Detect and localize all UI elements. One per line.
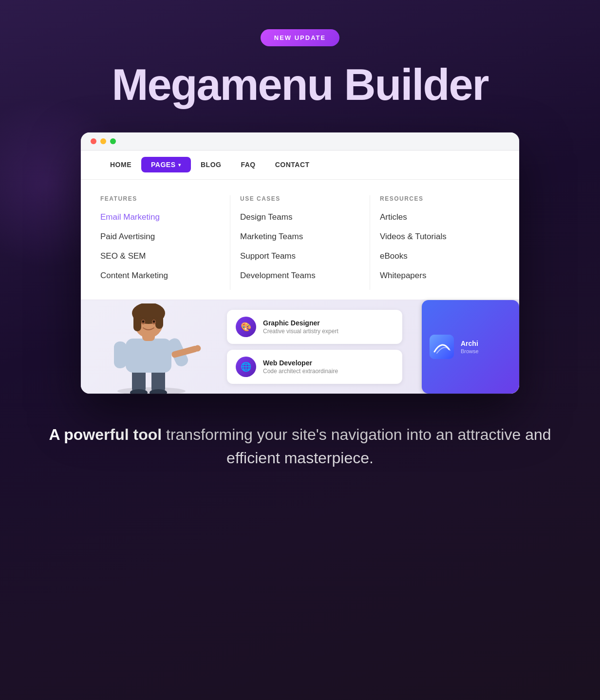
menu-column-use-cases: USE CASES Design Teams Marketing Teams S… bbox=[240, 195, 360, 290]
menu-item-seo-sem[interactable]: SEO & SEM bbox=[100, 251, 210, 262]
menu-divider-2 bbox=[370, 195, 370, 290]
badge-container: NEW UPDATE bbox=[261, 29, 339, 46]
menu-item-paid-advertising[interactable]: Paid Avertising bbox=[100, 231, 210, 242]
menu-item-development-teams[interactable]: Development Teams bbox=[240, 270, 350, 281]
extra-card-text: Archi Browse bbox=[461, 340, 479, 354]
new-update-badge: NEW UPDATE bbox=[261, 29, 339, 46]
description-text: A powerful tool transforming your site's… bbox=[49, 423, 551, 470]
graphic-designer-info: Graphic Designer Creative visual artistr… bbox=[263, 319, 338, 335]
svg-rect-13 bbox=[133, 314, 141, 331]
person-illustration bbox=[81, 303, 222, 394]
graphic-designer-title: Graphic Designer bbox=[263, 319, 338, 327]
web-developer-info: Web Developer Code architect extraordina… bbox=[263, 359, 338, 375]
nav-item-pages[interactable]: PAGES ▾ bbox=[141, 157, 191, 172]
features-heading: FEATURES bbox=[100, 195, 210, 202]
menu-column-features: FEATURES Email Marketing Paid Avertising… bbox=[100, 195, 220, 290]
browser-topbar bbox=[81, 132, 519, 151]
extra-card-subtitle: Browse bbox=[461, 348, 479, 354]
extra-card-title: Archi bbox=[461, 340, 479, 347]
use-cases-heading: USE CASES bbox=[240, 195, 350, 202]
menu-divider-1 bbox=[230, 195, 230, 290]
menu-column-resources: RESOURCES Articles Videos & Tutorials eB… bbox=[380, 195, 500, 290]
page-wrapper: NEW UPDATE Megamenu Builder HOME PAGES ▾… bbox=[0, 0, 600, 509]
svg-rect-14 bbox=[155, 314, 163, 329]
extra-card-app-icon bbox=[430, 335, 454, 359]
description-bold: A powerful tool bbox=[49, 426, 162, 443]
menu-item-articles[interactable]: Articles bbox=[380, 212, 490, 223]
nav-item-blog[interactable]: BLOG bbox=[191, 157, 231, 172]
svg-rect-5 bbox=[126, 339, 171, 373]
role-card-web-developer[interactable]: 🌐 Web Developer Code architect extraordi… bbox=[227, 350, 402, 384]
menu-item-design-teams[interactable]: Design Teams bbox=[240, 212, 350, 223]
browser-dot-yellow bbox=[100, 138, 106, 144]
description-regular: transforming your site's navigation into… bbox=[162, 426, 551, 467]
graphic-designer-subtitle: Creative visual artistry expert bbox=[263, 328, 338, 335]
menu-item-email-marketing[interactable]: Email Marketing bbox=[100, 212, 210, 223]
role-card-graphic-designer[interactable]: 🎨 Graphic Designer Creative visual artis… bbox=[227, 310, 402, 344]
svg-point-17 bbox=[142, 320, 145, 322]
person-section bbox=[81, 300, 227, 394]
main-title: Megamenu Builder bbox=[112, 62, 488, 108]
web-developer-icon: 🌐 bbox=[236, 357, 256, 377]
nav-bar: HOME PAGES ▾ BLOG FAQ CONTACT bbox=[81, 151, 519, 180]
menu-item-support-teams[interactable]: Support Teams bbox=[240, 251, 350, 262]
browser-mockup: HOME PAGES ▾ BLOG FAQ CONTACT FEATURES E… bbox=[81, 132, 519, 394]
extra-app-card[interactable]: Archi Browse bbox=[422, 300, 519, 394]
menu-item-videos-tutorials[interactable]: Videos & Tutorials bbox=[380, 231, 490, 242]
menu-item-marketing-teams[interactable]: Marketing Teams bbox=[240, 231, 350, 242]
web-developer-title: Web Developer bbox=[263, 359, 338, 367]
svg-rect-6 bbox=[114, 341, 127, 368]
description-section: A powerful tool transforming your site's… bbox=[0, 423, 600, 509]
svg-point-18 bbox=[153, 320, 155, 322]
menu-item-ebooks[interactable]: eBooks bbox=[380, 251, 490, 262]
mockup-bottom: 🎨 Graphic Designer Creative visual artis… bbox=[81, 300, 519, 394]
resources-heading: RESOURCES bbox=[380, 195, 490, 202]
web-developer-subtitle: Code architect extraordinaire bbox=[263, 368, 338, 375]
menu-item-content-marketing[interactable]: Content Marketing bbox=[100, 270, 210, 281]
browser-dot-green bbox=[110, 138, 116, 144]
browser-dot-red bbox=[91, 138, 96, 144]
nav-item-home[interactable]: HOME bbox=[100, 157, 141, 172]
nav-item-contact[interactable]: CONTACT bbox=[265, 157, 319, 172]
cards-section: 🎨 Graphic Designer Creative visual artis… bbox=[227, 300, 412, 394]
menu-item-whitepapers[interactable]: Whitepapers bbox=[380, 270, 490, 281]
nav-item-faq[interactable]: FAQ bbox=[231, 157, 265, 172]
mega-menu-area: FEATURES Email Marketing Paid Avertising… bbox=[81, 180, 519, 300]
svg-rect-19 bbox=[430, 335, 454, 359]
graphic-designer-icon: 🎨 bbox=[236, 317, 256, 337]
chevron-down-icon: ▾ bbox=[178, 162, 181, 168]
